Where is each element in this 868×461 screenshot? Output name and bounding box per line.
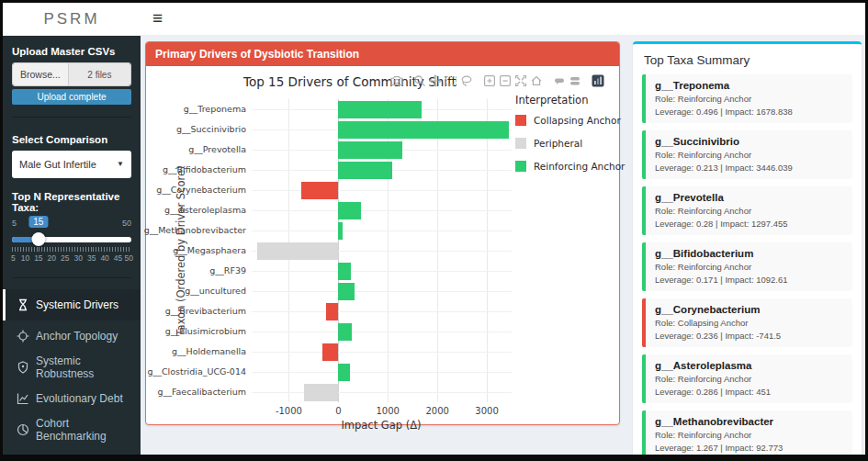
slider-tick-label: 30 <box>73 253 82 263</box>
taxa-card-name: g__Succinivibrio <box>655 136 843 147</box>
bar-g__Corynebacterium[interactable] <box>301 182 338 199</box>
bar-g__RF39[interactable] <box>338 263 350 280</box>
bar-g__Prevotella[interactable] <box>338 141 402 159</box>
sidebar-item-anchor-topology[interactable]: Anchor Topology <box>3 320 141 352</box>
bar-g__Succinivibrio[interactable] <box>338 121 509 139</box>
chart-legend: Interpretation Collapsing AnchorPeripher… <box>515 94 625 184</box>
slider-track[interactable] <box>12 237 131 242</box>
y-tick-label: g__Bifidobacterium <box>163 160 246 180</box>
slider-value-badge: 15 <box>28 216 48 228</box>
taxa-card-role: Role: Reinforcing Anchor <box>655 150 843 160</box>
y-tick-label: g__Asteroleplasma <box>164 200 246 220</box>
category-gridline <box>252 210 512 211</box>
bar-g__Megasphaera[interactable] <box>257 242 338 260</box>
sidebar-item-cohort-benchmarking[interactable]: Cohort Benchmarking <box>3 414 141 445</box>
upload-progress-bar: Upload complete <box>12 89 131 105</box>
sidebar-item-label: Systemic Robustness <box>36 354 141 380</box>
sidebar-item-systemic-drivers[interactable]: Systemic Drivers <box>3 289 141 320</box>
comparison-select[interactable]: Male Gut Infertile ▼ <box>12 151 131 178</box>
bar-g__Bifidobacterium[interactable] <box>338 162 392 179</box>
taxa-card-metrics: Leverage: 0.496 | Impact: 1678.838 <box>655 107 843 117</box>
x-tick-label: 1000 <box>377 406 400 416</box>
y-tick-label: g__Brevibacterium <box>165 301 246 321</box>
sidebar-item-label: Anchor Topology <box>36 330 118 343</box>
legend-swatch <box>515 161 526 172</box>
bar-g__Treponema[interactable] <box>338 101 421 118</box>
reset-axes-icon[interactable] <box>530 74 543 87</box>
x-tick-label: 0 <box>335 406 341 416</box>
box-select-icon[interactable] <box>445 74 457 87</box>
taxa-card-name: g__Methanobrevibacter <box>655 416 843 427</box>
browse-button[interactable]: Browse... <box>13 63 69 85</box>
sidebar-item-systemic-robustness[interactable]: Systemic Robustness <box>3 352 141 383</box>
y-tick-label: g__Treponema <box>184 99 246 119</box>
slider-max-label: 50 <box>122 219 131 228</box>
summary-title: Top Taxa Summary <box>633 44 862 74</box>
slider-tick-label: 50 <box>124 253 132 263</box>
slider-tick-label: 40 <box>100 253 108 263</box>
taxa-card-role: Role: Reinforcing Anchor <box>655 94 843 104</box>
taxa-card-name: g__Corynebacterium <box>655 304 843 315</box>
sidebar-toggle-icon[interactable]: ≡ <box>152 8 163 28</box>
camera-icon[interactable] <box>390 74 403 87</box>
legend-swatch <box>515 115 526 126</box>
comparison-label: Select Comparison <box>12 134 131 145</box>
bar-g__Asteroleplasma[interactable] <box>338 202 360 219</box>
sidebar-item-evolutionary-debt[interactable]: Evolutionary Debt <box>3 383 141 414</box>
taxa-card-metrics: Leverage: 0.171 | Impact: 1092.61 <box>655 275 843 285</box>
bar-g__Faecalibacterium[interactable] <box>304 384 338 401</box>
taxa-card-name: g__Asteroleplasma <box>655 360 843 371</box>
category-gridline <box>252 392 512 393</box>
taxa-card: g__PrevotellaRole: Reinforcing AnchorLev… <box>642 186 852 235</box>
pan-icon[interactable] <box>429 74 442 87</box>
legend-entry[interactable]: Reinforcing Anchor <box>515 161 625 172</box>
y-tick-label: g__RF39 <box>209 261 246 281</box>
bar-g__Methanobrevibacter[interactable] <box>338 222 343 240</box>
y-tick-label: g__Clostridia_UCG-014 <box>147 362 246 382</box>
legend-entry-label: Peripheral <box>534 138 582 149</box>
plot-area[interactable] <box>252 99 512 402</box>
y-tick-label: g__Methanobrevibacter <box>144 220 246 241</box>
plotly-logo-icon[interactable] <box>592 74 604 87</box>
zoom-in-icon[interactable] <box>483 74 496 87</box>
plotly-modebar <box>390 74 604 87</box>
y-tick-label: g__Corynebacterium <box>156 180 246 200</box>
bar-g__Elusimicrobium[interactable] <box>338 323 351 341</box>
category-gridline <box>252 230 512 231</box>
y-tick-label: g__Elusimicrobium <box>165 321 246 342</box>
hourglass-icon <box>17 298 29 311</box>
bar-g__Brevibacterium[interactable] <box>326 303 338 320</box>
hover-closest-icon[interactable] <box>553 74 566 87</box>
sidebar: Upload Master CSVs Browse... 2 files Upl… <box>3 36 141 455</box>
zoom-out-icon[interactable] <box>499 74 512 87</box>
lasso-select-icon[interactable] <box>460 74 473 87</box>
bar-g__uncultured[interactable] <box>338 283 355 300</box>
taxa-card: g__TreponemaRole: Reinforcing AnchorLeve… <box>642 74 852 123</box>
zoom-icon[interactable] <box>413 74 426 87</box>
taxa-card-metrics: Leverage: 0.236 | Impact: -741.5 <box>655 331 843 341</box>
comparison-selected-value: Male Gut Infertile <box>19 159 96 170</box>
legend-entry[interactable]: Peripheral <box>515 138 625 149</box>
category-gridline <box>252 190 512 191</box>
topn-slider[interactable]: 5 50 15 5101520253035404550 <box>12 219 131 272</box>
taxa-summary-panel: Top Taxa Summary g__TreponemaRole: Reinf… <box>633 41 862 455</box>
slider-thumb[interactable] <box>31 232 45 246</box>
slider-label: Top N Representative Taxa: <box>12 191 131 213</box>
file-upload-input[interactable]: Browse... 2 files <box>12 62 131 86</box>
hover-compare-icon[interactable] <box>569 74 581 87</box>
shield-icon <box>17 361 29 374</box>
sidebar-item-data-explorer[interactable]: Data Explorer <box>3 445 141 461</box>
bar-g__Clostridia_UCG-014[interactable] <box>338 364 349 381</box>
slider-tick-label: 45 <box>114 253 122 263</box>
taxa-card-metrics: Leverage: 0.28 | Impact: 1297.455 <box>655 219 843 229</box>
legend-entry[interactable]: Collapsing Anchor <box>515 115 625 126</box>
x-axis-title: Impact Gap (Δ) <box>341 419 421 432</box>
sidebar-nav: Systemic DriversAnchor TopologySystemic … <box>3 289 141 461</box>
bar-g__Holdemanella[interactable] <box>322 343 338 361</box>
taxa-card: g__CorynebacteriumRole: Collapsing Ancho… <box>642 298 852 347</box>
sidebar-item-label: Data Explorer <box>36 455 103 461</box>
autoscale-icon[interactable] <box>514 74 527 87</box>
main-content: Primary Drivers of Dysbiotic Transition … <box>141 36 865 455</box>
y-tick-label: g__Holdemanella <box>172 342 246 362</box>
taxa-card-role: Role: Reinforcing Anchor <box>655 206 843 216</box>
